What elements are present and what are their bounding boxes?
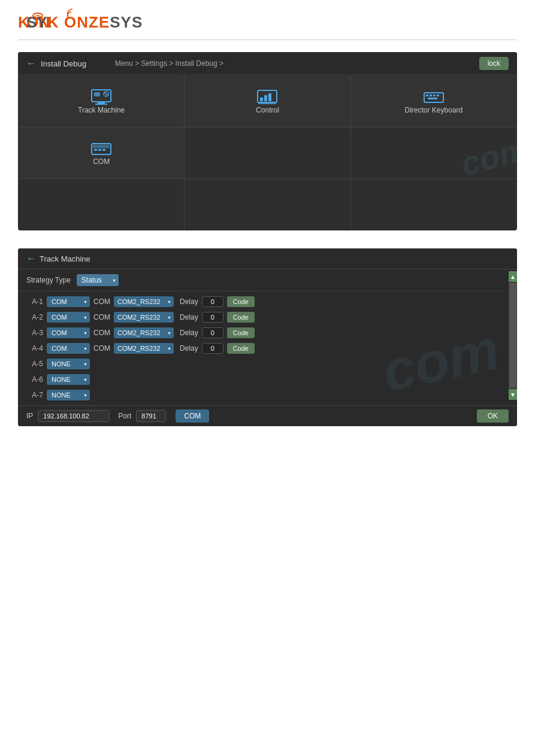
a3-com2-select[interactable]: COM2_RS232COM1_RS232	[114, 327, 174, 338]
a4-com-text: COM	[93, 344, 110, 353]
logo-icon: K ONZE SYS	[18, 11, 51, 34]
header: K ONZE SYS K ONZESYS	[0, 0, 535, 40]
strategy-select-wrapper[interactable]: Status Manual Auto	[77, 274, 119, 286]
panel1-breadcrumb: Menu > Settings > Install Debug >	[115, 59, 223, 68]
a1-com2-select-wrapper[interactable]: COM2_RS232COM1_RS232	[114, 296, 174, 307]
strategy-type-select[interactable]: Status Manual Auto	[77, 274, 119, 286]
tile-director-keyboard[interactable]: Director Keyboard	[351, 76, 516, 127]
keyboard-icon	[423, 89, 445, 106]
svg-rect-23	[428, 98, 437, 99]
chart-icon	[256, 89, 278, 106]
a1-type-select-wrapper[interactable]: COMNONE	[47, 296, 90, 307]
svg-rect-26	[94, 149, 97, 151]
svg-rect-10	[94, 92, 100, 96]
lock-button[interactable]: lock	[479, 57, 509, 70]
tile-empty-5	[351, 179, 516, 230]
ip-label: IP	[26, 412, 33, 420]
svg-rect-28	[102, 149, 105, 151]
a3-com2-select-wrapper[interactable]: COM2_RS232COM1_RS232	[114, 327, 174, 338]
svg-rect-15	[264, 95, 267, 101]
watermark-1: com	[457, 129, 517, 183]
svg-rect-21	[433, 95, 436, 96]
a2-delay-input[interactable]	[202, 312, 223, 323]
a4-com2-select-wrapper[interactable]: COM2_RS232COM1_RS232	[114, 343, 174, 354]
tile-empty-1	[185, 127, 350, 178]
config-row-a4: A-4 COMNONE COM COM2_RS232COM1_RS232 Del…	[26, 341, 505, 356]
a1-delay-label: Delay	[180, 297, 198, 306]
a6-type-select[interactable]: NONECOM	[47, 374, 90, 385]
a2-com2-select[interactable]: COM2_RS232COM1_RS232	[114, 312, 174, 323]
row-a5-label: A-5	[26, 360, 43, 368]
a3-type-select-wrapper[interactable]: COMNONE	[47, 327, 90, 338]
a2-com-text: COM	[93, 313, 110, 321]
header-divider	[18, 40, 517, 40]
svg-rect-27	[98, 149, 101, 151]
row-a7-label: A-7	[26, 391, 43, 399]
ip-input[interactable]	[38, 410, 110, 422]
tile-empty-2: com	[351, 127, 516, 178]
logo-text: K ONZESYS	[47, 13, 143, 32]
row-a3-label: A-3	[26, 329, 43, 337]
tile-grid: Track Machine Control	[19, 76, 516, 230]
a4-code-button[interactable]: Code	[227, 343, 255, 354]
svg-rect-19	[426, 95, 428, 96]
back-arrow-icon[interactable]: ←	[26, 58, 36, 69]
a6-type-select-wrapper[interactable]: NONECOM	[47, 374, 90, 385]
a4-com2-select[interactable]: COM2_RS232COM1_RS232	[114, 343, 174, 354]
a5-type-select[interactable]: NONECOM	[47, 359, 90, 369]
bottom-bar: IP Port COM OK	[18, 405, 517, 426]
com-icon	[90, 141, 112, 157]
a2-code-button[interactable]: Code	[227, 312, 255, 323]
svg-rect-9	[95, 104, 107, 105]
tile-empty-4	[185, 179, 350, 230]
a1-code-button[interactable]: Code	[227, 296, 255, 307]
a2-com2-select-wrapper[interactable]: COM2_RS232COM1_RS232	[114, 312, 174, 323]
tile-com[interactable]: COM	[19, 127, 184, 178]
track-machine-panel: ← Track Machine Strategy Type Status Man…	[18, 248, 517, 426]
a3-delay-label: Delay	[180, 329, 198, 337]
svg-rect-16	[268, 93, 271, 101]
config-row-a3: A-3 COMNONE COM COM2_RS232COM1_RS232 Del…	[26, 325, 505, 341]
a5-type-select-wrapper[interactable]: NONECOM	[47, 359, 90, 369]
a3-delay-input[interactable]	[202, 327, 223, 338]
tile-track-machine[interactable]: Track Machine	[19, 76, 184, 127]
a2-type-select-wrapper[interactable]: COMNONE	[47, 312, 90, 323]
panel2-back-arrow-icon[interactable]: ←	[26, 253, 36, 264]
wifi-icon	[61, 6, 74, 18]
tile-control[interactable]: Control	[185, 76, 350, 127]
scrollbar[interactable]: ▲ ▼	[509, 271, 517, 400]
a3-com-text: COM	[93, 329, 110, 337]
row-a2-label: A-2	[26, 313, 43, 321]
a7-type-select-wrapper[interactable]: NONECOM	[47, 390, 90, 400]
a4-delay-input[interactable]	[202, 343, 223, 354]
a3-type-select[interactable]: COMNONE	[47, 327, 90, 338]
main-content: ← Install Debug Menu > Settings > Instal…	[0, 52, 535, 426]
tile-director-keyboard-label: Director Keyboard	[404, 106, 463, 114]
port-label: Port	[118, 412, 131, 420]
row-a4-label: A-4	[26, 344, 43, 353]
port-input[interactable]	[136, 410, 166, 422]
scroll-up-button[interactable]: ▲	[509, 271, 517, 282]
com-button[interactable]: COM	[176, 409, 209, 423]
config-row-a7: A-7 NONECOM	[26, 387, 505, 403]
a2-type-select[interactable]: COMNONE	[47, 312, 90, 323]
row-a6-label: A-6	[26, 375, 43, 384]
tile-track-machine-label: Track Machine	[78, 106, 125, 114]
a4-type-select-wrapper[interactable]: COMNONE	[47, 343, 90, 354]
a3-code-button[interactable]: Code	[227, 327, 255, 338]
panel1-topbar: ← Install Debug Menu > Settings > Instal…	[18, 52, 517, 75]
scroll-thumb[interactable]	[509, 283, 516, 388]
a1-delay-input[interactable]	[202, 296, 223, 307]
a4-type-select[interactable]: COMNONE	[47, 343, 90, 354]
svg-rect-25	[93, 145, 110, 147]
a1-com2-select[interactable]: COM2_RS232COM1_RS232	[114, 296, 174, 307]
svg-rect-20	[430, 95, 432, 96]
panel2-title: Track Machine	[40, 254, 90, 263]
a7-type-select[interactable]: NONECOM	[47, 390, 90, 400]
config-row-a5: A-5 NONECOM	[26, 356, 505, 372]
a1-type-select[interactable]: COMNONE	[47, 296, 90, 307]
ok-button[interactable]: OK	[477, 409, 509, 423]
a1-com-text: COM	[93, 297, 110, 306]
scroll-down-button[interactable]: ▼	[509, 389, 517, 400]
svg-rect-8	[98, 102, 105, 104]
